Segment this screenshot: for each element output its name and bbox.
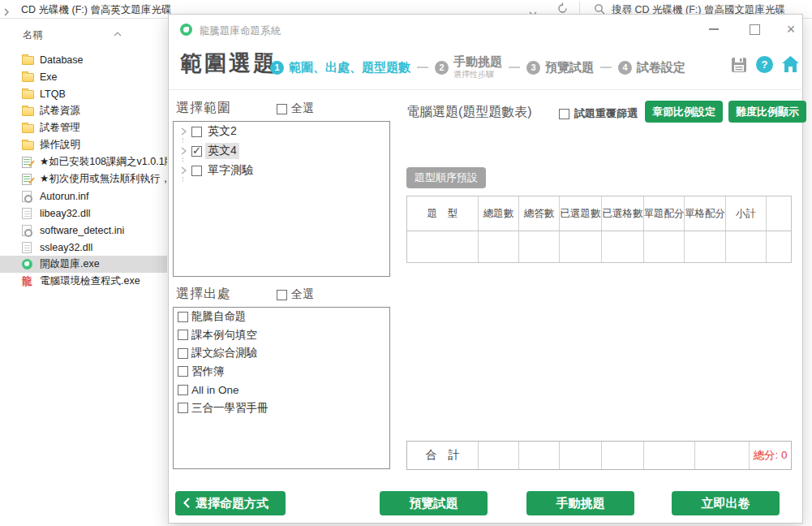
window-title: 龍騰題庫命題系統 — [200, 24, 281, 38]
source-checkbox[interactable] — [178, 366, 188, 377]
save-icon[interactable] — [731, 57, 747, 76]
step-4-paper-settings[interactable]: 4 試卷設定 — [618, 60, 685, 75]
source-item[interactable]: 習作簿 — [174, 363, 389, 382]
expand-chevron-icon[interactable] — [178, 145, 189, 157]
tree-item-checkbox-checked[interactable] — [191, 146, 202, 157]
table-cell — [644, 231, 685, 262]
file-row[interactable]: libeay32.dll — [0, 205, 167, 222]
source-item[interactable]: 課本例句填空 — [174, 326, 389, 345]
summary-row: 合 計 總分: 0 — [406, 441, 792, 470]
tree-item[interactable]: 單字測驗 — [174, 161, 389, 180]
tree-item[interactable]: 英文2 — [174, 122, 389, 141]
table-cell — [602, 231, 644, 262]
folder-icon — [22, 54, 36, 65]
maximize-button[interactable] — [746, 21, 763, 37]
step-2-sublabel: 選擇性步驟 — [453, 68, 502, 80]
summary-cell — [644, 442, 695, 469]
tree-item-checkbox[interactable] — [191, 127, 202, 137]
notepad-icon — [22, 157, 36, 168]
step-1-range[interactable]: 1 範圍、出處、題型題數 — [270, 60, 410, 75]
file-row[interactable]: ★初次使用或無法順利執行，請 — [0, 170, 167, 188]
exe-app-icon — [22, 259, 36, 269]
notepad-icon — [22, 174, 36, 185]
file-row[interactable]: 試卷管理 — [0, 119, 167, 136]
computer-selection-title: 電腦選題(題型題數表) — [406, 104, 532, 121]
name-column-header[interactable]: 名稱 — [23, 28, 43, 42]
step-separator — [509, 67, 520, 68]
file-row[interactable]: LTQB — [0, 85, 167, 102]
table-cell — [726, 231, 767, 262]
file-row[interactable]: Autorun.inf — [0, 188, 167, 205]
preview-exam-button[interactable]: 預覽試題 — [380, 491, 488, 515]
source-checkbox[interactable] — [178, 330, 188, 340]
col-points-per-question: 單題配分 — [644, 196, 685, 231]
range-select-all[interactable]: 全選 — [277, 101, 314, 116]
file-list: Database Exe LTQB 試卷資源 試卷管理 操作說明 ★如已安裝10… — [0, 51, 167, 290]
file-row[interactable]: 操作說明 — [0, 136, 167, 153]
col-subtotal: 小計 — [726, 196, 767, 231]
file-row[interactable]: 試卷資源 — [0, 102, 167, 119]
source-checkbox[interactable] — [178, 312, 188, 322]
source-item[interactable]: All in One — [174, 381, 389, 399]
page-title: 範圍選題 — [180, 49, 277, 78]
col-selected-blanks: 已選格數 — [602, 196, 644, 231]
header-divider — [169, 89, 802, 90]
step-3-number: 3 — [526, 61, 540, 75]
source-item[interactable]: 課文綜合測驗 — [174, 344, 389, 363]
expand-chevron-icon[interactable] — [178, 126, 189, 137]
folder-icon — [22, 123, 36, 133]
question-type-table: 題 型 總題數 總答數 已選題數 已選格數 單題配分 單格配分 小計 — [406, 196, 792, 263]
file-list-panel: 名稱 Database Exe LTQB 試卷資源 試卷管理 操作說明 ★如已安… — [0, 19, 167, 526]
file-row[interactable]: Exe — [0, 68, 167, 85]
source-item[interactable]: 龍騰自命題 — [174, 308, 389, 326]
breadcrumb-chevron-icon[interactable] — [3, 5, 10, 19]
source-checkbox[interactable] — [178, 348, 188, 359]
table-cell — [519, 231, 560, 262]
source-item[interactable]: 三合一學習手冊 — [174, 399, 389, 418]
step-2-manual-pick[interactable]: 2 手動挑題 選擇性步驟 — [435, 55, 502, 80]
breadcrumb[interactable]: CD 光碟機 (F:) 曾高英文題庫光碟 — [21, 3, 171, 17]
config-file-icon — [22, 225, 36, 236]
source-list: 龍騰自命題 課本例句填空 課文綜合測驗 習作簿 All in One 三合一學習… — [173, 307, 390, 469]
source-select-all-checkbox[interactable] — [277, 290, 287, 300]
file-row[interactable]: Database — [0, 51, 167, 68]
minimize-button[interactable] — [706, 21, 722, 37]
source-checkbox[interactable] — [178, 403, 188, 413]
config-file-icon — [22, 191, 36, 202]
step-separator — [600, 67, 612, 68]
close-button[interactable]: × — [783, 21, 799, 37]
source-select-all[interactable]: 全選 — [277, 287, 314, 302]
help-icon[interactable]: ? — [756, 56, 773, 73]
duplicate-filter[interactable]: 試題重覆篩選 — [559, 106, 638, 121]
source-checkbox[interactable] — [178, 385, 188, 395]
back-to-method-button[interactable]: 選擇命題方式 — [175, 491, 286, 515]
difficulty-ratio-button[interactable]: 難度比例顯示 — [728, 101, 806, 123]
file-row-selected[interactable]: 開啟題庫.exe — [0, 256, 167, 273]
tree-item-checkbox[interactable] — [191, 166, 202, 176]
tree-item-selected[interactable]: 英文4 — [174, 141, 389, 161]
range-select-all-checkbox[interactable] — [277, 104, 287, 114]
step-3-preview[interactable]: 3 預覽試題 — [526, 60, 594, 75]
file-row[interactable]: ssleay32.dll — [0, 239, 167, 256]
step-navigation: 1 範圍、出處、題型題數 2 手動挑題 選擇性步驟 3 預覽試題 4 試卷設定 — [270, 52, 685, 83]
sort-ascending-icon[interactable] — [114, 25, 122, 40]
manual-pick-button[interactable]: 手動挑題 — [526, 491, 634, 515]
duplicate-filter-checkbox[interactable] — [559, 109, 569, 119]
folder-icon — [22, 71, 36, 82]
col-total-answers: 總答數 — [519, 196, 560, 231]
generate-exam-button[interactable]: 立即出卷 — [672, 491, 780, 515]
expand-chevron-icon[interactable] — [178, 165, 189, 176]
summary-cell — [479, 442, 519, 469]
home-icon[interactable] — [781, 55, 800, 76]
source-section-title: 選擇出處 — [176, 286, 231, 303]
chapter-ratio-button[interactable]: 章節比例設定 — [645, 101, 723, 123]
question-order-button[interactable]: 題型順序預設 — [406, 167, 486, 188]
file-row[interactable]: 龍電腦環境檢查程式.exe — [0, 273, 167, 290]
file-row[interactable]: software_detect.ini — [0, 222, 167, 239]
range-section-title: 選擇範圍 — [176, 100, 231, 117]
folder-icon — [22, 140, 36, 150]
step-separator — [417, 67, 428, 68]
table-cell — [560, 231, 602, 262]
file-row[interactable]: ★如已安裝108課綱之v1.0.1版 — [0, 153, 167, 170]
table-cell — [685, 231, 726, 262]
